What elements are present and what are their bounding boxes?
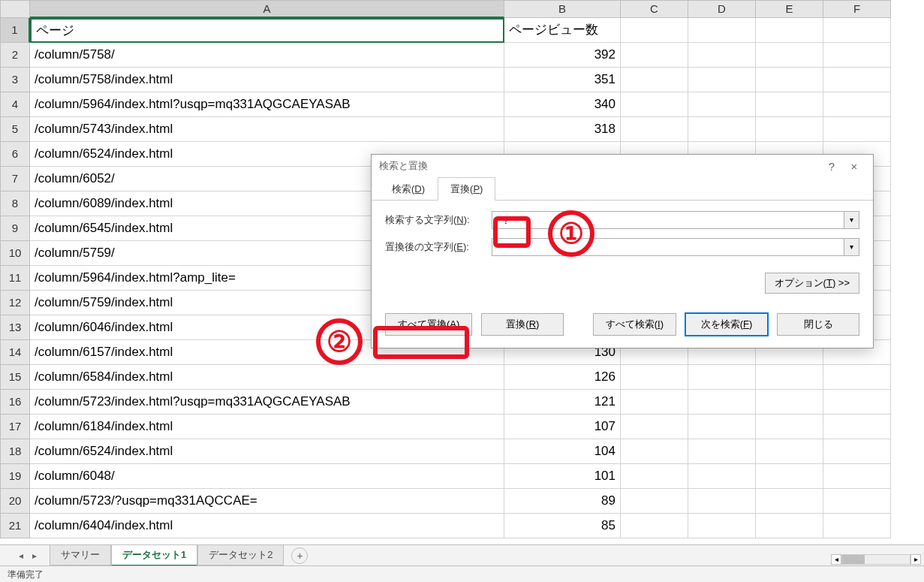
cell[interactable] (756, 489, 823, 514)
find-input[interactable] (492, 212, 844, 228)
cell[interactable] (688, 68, 756, 92)
cell[interactable] (823, 18, 891, 43)
replace-dropdown-icon[interactable]: ▾ (844, 239, 859, 255)
col-header-C[interactable]: C (621, 0, 688, 18)
cell[interactable]: /column/5723/index.html?usqp=mq331AQGCAE… (30, 390, 504, 415)
cell[interactable]: 351 (504, 68, 621, 92)
cell[interactable] (756, 68, 823, 92)
cell[interactable]: 104 (504, 439, 621, 464)
row-header[interactable]: 2 (0, 43, 30, 68)
cell[interactable] (823, 92, 891, 117)
cell[interactable]: 318 (504, 117, 621, 142)
cell[interactable] (621, 514, 688, 538)
cell[interactable] (823, 415, 891, 439)
cell[interactable] (756, 92, 823, 117)
options-button[interactable]: オプション(T) >> (765, 273, 859, 294)
add-sheet-icon[interactable]: + (291, 547, 308, 564)
cell[interactable]: /column/6584/index.html (30, 365, 504, 390)
cell[interactable]: 89 (504, 489, 621, 514)
select-all-corner[interactable] (0, 0, 30, 18)
cell[interactable] (823, 68, 891, 92)
cell[interactable] (688, 464, 756, 489)
row-header[interactable]: 20 (0, 489, 30, 514)
cell[interactable] (688, 514, 756, 538)
cell[interactable] (688, 92, 756, 117)
cell[interactable]: 101 (504, 464, 621, 489)
cell[interactable]: /column/5758/ (30, 43, 504, 68)
row-header[interactable]: 12 (0, 291, 30, 315)
replace-all-button[interactable]: すべて置換(A) (385, 313, 472, 336)
cell[interactable]: /column/6524/index.html (30, 439, 504, 464)
row-header[interactable]: 17 (0, 415, 30, 439)
row-header[interactable]: 3 (0, 68, 30, 92)
cell[interactable] (823, 439, 891, 464)
cell[interactable] (621, 365, 688, 390)
cell[interactable] (823, 464, 891, 489)
cell[interactable] (621, 18, 688, 43)
help-icon[interactable]: ? (820, 160, 843, 173)
cell[interactable]: 85 (504, 514, 621, 538)
cell[interactable] (756, 18, 823, 43)
tab-next-icon[interactable]: ▸ (29, 550, 41, 561)
cell[interactable] (823, 117, 891, 142)
row-header[interactable]: 7 (0, 167, 30, 191)
cell[interactable] (621, 439, 688, 464)
cell[interactable] (621, 415, 688, 439)
replace-input[interactable] (492, 239, 844, 255)
h-scrollbar[interactable]: ◂ ▸ (831, 553, 921, 565)
cell[interactable] (621, 489, 688, 514)
cell[interactable] (621, 390, 688, 415)
cell[interactable] (621, 117, 688, 142)
cell[interactable] (756, 514, 823, 538)
col-header-D[interactable]: D (688, 0, 756, 18)
cell[interactable] (621, 43, 688, 68)
cell[interactable] (823, 43, 891, 68)
cell[interactable] (688, 43, 756, 68)
row-header[interactable]: 1 (0, 18, 30, 43)
cell[interactable] (688, 390, 756, 415)
tab-prev-icon[interactable]: ◂ (15, 550, 27, 561)
cell[interactable] (688, 415, 756, 439)
row-header[interactable]: 18 (0, 439, 30, 464)
scroll-track[interactable] (841, 554, 910, 565)
cell[interactable] (621, 68, 688, 92)
row-header[interactable]: 9 (0, 216, 30, 241)
scroll-thumb[interactable] (842, 555, 865, 564)
cell[interactable]: /column/6404/index.html (30, 514, 504, 538)
cell[interactable]: /column/6048/ (30, 464, 504, 489)
row-header[interactable]: 21 (0, 514, 30, 538)
cell[interactable] (756, 117, 823, 142)
cell[interactable]: /column/5964/index.html?usqp=mq331AQGCAE… (30, 92, 504, 117)
dialog-title-bar[interactable]: 検索と置換 ? × (372, 155, 873, 177)
col-header-F[interactable]: F (823, 0, 891, 18)
cell[interactable] (688, 365, 756, 390)
row-header[interactable]: 19 (0, 464, 30, 489)
tab-replace[interactable]: 置換(P) (438, 177, 495, 201)
scroll-right-icon[interactable]: ▸ (910, 554, 921, 565)
row-header[interactable]: 6 (0, 142, 30, 167)
cell[interactable]: /column/5758/index.html (30, 68, 504, 92)
row-header[interactable]: 10 (0, 241, 30, 266)
cell[interactable] (756, 439, 823, 464)
cell[interactable]: 126 (504, 365, 621, 390)
row-header[interactable]: 5 (0, 117, 30, 142)
cell[interactable] (823, 365, 891, 390)
row-header[interactable]: 16 (0, 390, 30, 415)
cell[interactable] (621, 464, 688, 489)
cell[interactable] (823, 489, 891, 514)
col-header-B[interactable]: B (504, 0, 621, 18)
find-all-button[interactable]: すべて検索(I) (593, 313, 676, 336)
row-header[interactable]: 13 (0, 315, 30, 340)
cell[interactable]: /column/5743/index.html (30, 117, 504, 142)
cell[interactable] (823, 390, 891, 415)
sheet-tab-1[interactable]: データセット1 (111, 545, 197, 566)
sheet-tab-2[interactable]: データセット2 (197, 545, 284, 565)
cell[interactable] (756, 365, 823, 390)
sheet-tab-0[interactable]: サマリー (50, 545, 111, 565)
cell[interactable]: 121 (504, 390, 621, 415)
cell[interactable] (688, 18, 756, 43)
cell[interactable] (823, 514, 891, 538)
cell[interactable] (756, 390, 823, 415)
cell[interactable] (621, 92, 688, 117)
cell[interactable]: /column/6184/index.html (30, 415, 504, 439)
